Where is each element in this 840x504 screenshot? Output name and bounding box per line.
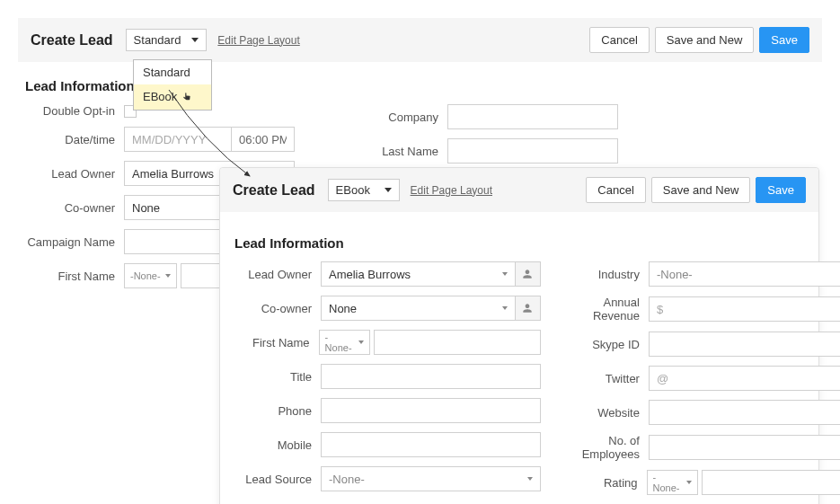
chevron-down-icon [527, 477, 533, 481]
edit-page-layout-link-1[interactable]: Edit Page Layout [217, 34, 299, 47]
chevron-down-icon [191, 38, 199, 42]
revenue-input[interactable] [649, 296, 840, 322]
rating-prefix-select[interactable]: -None- [647, 470, 698, 495]
title-input[interactable] [321, 364, 541, 389]
header-bar-2: Create Lead EBook Edit Page Layout Cance… [220, 168, 818, 212]
leadsource-select[interactable]: -None- [321, 466, 541, 491]
coowner-select-2[interactable]: None [321, 296, 516, 321]
cancel-button-1[interactable]: Cancel [589, 27, 649, 53]
user-lookup-button[interactable] [516, 261, 541, 287]
firstname-input-2[interactable] [374, 330, 541, 355]
chevron-down-icon [502, 306, 508, 310]
employees-label: No. of Employees [562, 434, 649, 461]
edit-page-layout-link-2[interactable]: Edit Page Layout [411, 184, 492, 197]
layout-dropdown-value-2: EBook [336, 183, 370, 197]
leadsource-label: Lead Source [234, 473, 321, 486]
mobile-input[interactable] [321, 432, 541, 457]
chevron-down-icon [358, 340, 364, 344]
layout-dropdown-2[interactable]: EBook [328, 179, 400, 201]
twitter-label: Twitter [562, 372, 649, 385]
coowner-label-2: Co-owner [234, 302, 321, 315]
lastname-label: Last Name [376, 145, 447, 158]
industry-label: Industry [562, 268, 649, 281]
campaign-label: Campaign Name [25, 235, 124, 249]
chevron-down-icon [686, 481, 692, 484]
cursor-hand-icon [181, 92, 193, 104]
industry-select[interactable]: -None- [649, 261, 840, 287]
firstname-label-2: First Name [234, 336, 319, 349]
person-icon [521, 302, 534, 314]
layout-dropdown-value-1: Standard [134, 33, 181, 47]
page-title-2: Create Lead [233, 182, 315, 199]
employees-input[interactable] [649, 435, 840, 460]
leadowner-label-2: Lead Owner [234, 268, 321, 281]
save-and-new-button-2[interactable]: Save and New [651, 177, 751, 203]
skype-input[interactable] [649, 332, 840, 357]
revenue-label: Annual Revenue [562, 296, 649, 323]
save-button-2[interactable]: Save [756, 177, 806, 203]
layout-option-ebook[interactable]: EBook [134, 84, 211, 110]
rating-label: Rating [562, 476, 647, 490]
lastname-input[interactable] [447, 138, 618, 164]
coowner-label-1: Co-owner [25, 201, 124, 215]
twitter-input[interactable] [649, 366, 840, 391]
user-lookup-button[interactable] [516, 296, 541, 321]
company-input[interactable] [447, 104, 618, 129]
phone-input[interactable] [321, 398, 541, 423]
layout-option-standard[interactable]: Standard [134, 60, 211, 84]
datetime-label: Date/time [25, 133, 124, 146]
layout-dropdown-menu: Standard EBook [133, 59, 212, 111]
date-input[interactable] [124, 127, 232, 152]
layout-option-ebook-label: EBook [143, 90, 177, 103]
overlay-panel: Create Lead EBook Edit Page Layout Cance… [219, 167, 819, 504]
layout-dropdown-1[interactable]: Standard [126, 29, 208, 51]
leadowner-select-2[interactable]: Amelia Burrows [321, 261, 516, 287]
rating-input[interactable] [702, 470, 840, 495]
website-label: Website [562, 406, 649, 420]
company-label: Company [376, 111, 447, 124]
firstname-prefix-select-2[interactable]: -None- [319, 330, 370, 355]
website-input[interactable] [649, 400, 840, 425]
header-bar-1: Create Lead Standard Edit Page Layout Ca… [18, 18, 822, 62]
save-and-new-button-1[interactable]: Save and New [655, 27, 755, 53]
chevron-down-icon [502, 272, 508, 276]
firstname-prefix-select-1[interactable]: -None- [124, 263, 177, 288]
firstname-label-1: First Name [25, 270, 124, 283]
cancel-button-2[interactable]: Cancel [586, 177, 645, 203]
page-title-1: Create Lead [31, 32, 113, 49]
section-title-2: Lead Information [234, 235, 804, 251]
chevron-down-icon [385, 188, 392, 192]
title-label: Title [234, 370, 321, 384]
leadowner-label-1: Lead Owner [25, 167, 124, 181]
chevron-down-icon [165, 274, 171, 278]
mobile-label: Mobile [234, 438, 321, 452]
skype-label: Skype ID [562, 338, 649, 351]
phone-label: Phone [234, 404, 321, 418]
person-icon [521, 268, 534, 280]
double-optin-label: Double Opt-in [25, 104, 124, 118]
save-button-1[interactable]: Save [759, 27, 809, 53]
time-input[interactable] [232, 127, 295, 152]
